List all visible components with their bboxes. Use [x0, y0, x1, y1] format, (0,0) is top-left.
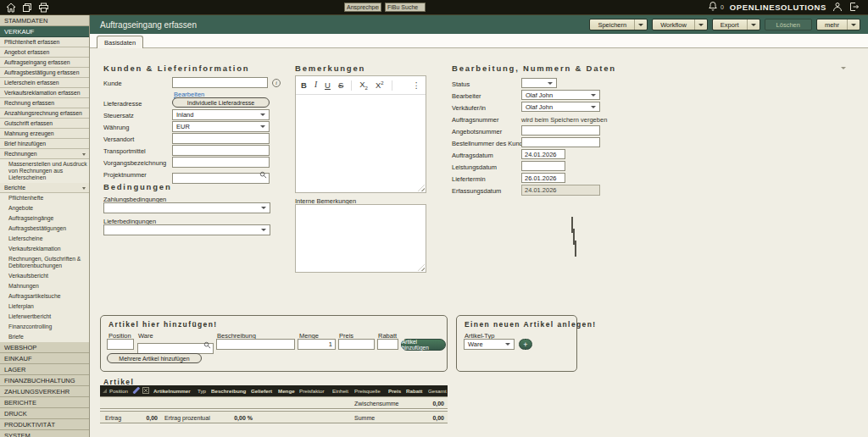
subscript-icon[interactable]: X2	[359, 80, 368, 91]
sidebar-item-verkaufsbericht[interactable]: Verkaufsbericht	[0, 271, 89, 281]
italic-icon[interactable]: I	[314, 81, 317, 90]
sidebar-item-webshop[interactable]: WEBSHOP	[0, 342, 89, 353]
superscript-icon[interactable]: X2	[376, 80, 384, 90]
editor-person-select[interactable]: Olaf John	[521, 90, 600, 100]
col-typ[interactable]: Typ	[198, 388, 211, 394]
contact-search-input[interactable]	[344, 3, 381, 12]
window-icon[interactable]	[22, 3, 32, 13]
user-icon[interactable]	[832, 0, 843, 15]
tab-basisdaten[interactable]: Basisdaten	[97, 36, 143, 48]
sidebar-item-auftragseingänge[interactable]: Auftragseingänge	[0, 213, 89, 224]
sidebar-item-gutschrift-erfassen[interactable]: Gutschrift erfassen	[0, 119, 89, 129]
sidebar-item-rechnungen[interactable]: Rechnungen	[0, 149, 89, 159]
quote-number-input[interactable]	[521, 125, 600, 136]
sidebar-item-massenerstellen-und-ausdruck[interactable]: Massenerstellen und Ausdruck von Rechnun…	[0, 159, 89, 183]
collapse-section-icon[interactable]	[841, 67, 846, 69]
delivery-date-input[interactable]	[521, 173, 565, 183]
sidebar-item-pflichtenheft-erfassen[interactable]: Pflichtenheft erfassen	[0, 37, 89, 47]
transport-input[interactable]	[172, 145, 270, 156]
price-input[interactable]	[338, 339, 375, 350]
delivery-terms-select[interactable]	[103, 224, 270, 235]
col-gesamt[interactable]: Gesamt	[428, 388, 448, 394]
fibu-search-input[interactable]	[385, 3, 426, 12]
search-icon[interactable]	[203, 337, 211, 352]
col-preisquelle[interactable]: Preisquelle	[354, 388, 388, 394]
more-dropdown-arrow[interactable]	[847, 19, 860, 30]
add-article-button[interactable]: Artikel hinzufügen	[401, 339, 446, 351]
sidebar-item-lieferplan[interactable]: Lieferplan	[0, 301, 89, 312]
col-preis[interactable]: Preis	[388, 388, 406, 394]
create-article-button[interactable]: +	[519, 339, 532, 350]
sidebar-item-auftragsbestätigung-erfassen[interactable]: Auftragsbestätigung erfassen	[0, 68, 89, 78]
sidebar-item-stammdaten[interactable]: STAMMDATEN	[0, 15, 89, 26]
export-dropdown-arrow[interactable]	[747, 19, 760, 30]
workflow-dropdown-arrow[interactable]	[694, 19, 707, 30]
payment-terms-select[interactable]	[103, 202, 270, 213]
sidebar-item-berichte[interactable]: BERICHTE	[0, 397, 89, 408]
bell-icon[interactable]	[708, 0, 718, 15]
sidebar-item-einkauf[interactable]: EINKAUF	[0, 353, 89, 364]
quantity-input[interactable]	[298, 339, 336, 350]
sidebar-item-verkaufsreklamation[interactable]: Verkaufsreklamation	[0, 244, 89, 254]
sidebar-item-produktivität[interactable]: PRODUKTIVITÄT	[0, 419, 89, 430]
col-position[interactable]: Position	[109, 388, 132, 394]
resize-handle[interactable]	[418, 264, 425, 271]
more-button[interactable]: mehr	[816, 19, 860, 30]
description-input[interactable]	[216, 339, 295, 350]
seller-select[interactable]: Olaf John	[521, 102, 600, 112]
resize-icon[interactable]	[100, 388, 109, 394]
sidebar-item-angebote[interactable]: Angebote	[0, 203, 89, 213]
customer-order-number-input[interactable]	[521, 137, 600, 147]
pencil-icon[interactable]	[132, 387, 142, 396]
sidebar-item-briefe[interactable]: Briefe	[0, 332, 89, 342]
customer-input[interactable]	[172, 77, 268, 88]
resize-handle[interactable]	[418, 185, 425, 191]
discount-input[interactable]	[377, 339, 398, 350]
logout-icon[interactable]	[849, 0, 860, 15]
strikethrough-icon[interactable]: S	[338, 81, 343, 90]
service-date-input[interactable]	[521, 161, 565, 171]
underline-icon[interactable]: U	[325, 81, 331, 90]
calendar-icon[interactable]	[575, 241, 576, 257]
col-geliefert[interactable]: Geliefert	[251, 388, 278, 394]
sidebar-item-angebot-erfassen[interactable]: Angebot erfassen	[0, 47, 89, 58]
export-button[interactable]: Export	[712, 19, 760, 30]
sidebar-item-auftragsartikelsuche[interactable]: Auftragsartikelsuche	[0, 291, 89, 301]
col-menge[interactable]: Menge	[278, 388, 299, 394]
col-beschreibung[interactable]: Beschreibung	[211, 388, 251, 394]
operation-input[interactable]	[172, 157, 270, 168]
col-artikelnummer[interactable]: Artikelnummer	[153, 388, 198, 394]
add-multiple-articles-button[interactable]: Mehrere Artikel hinzufügen	[107, 353, 202, 363]
home-icon[interactable]	[6, 3, 16, 13]
sidebar-item-rechnungen-gutschriften-debi[interactable]: Rechnungen, Gutschriften & Debitorenbuch…	[0, 254, 89, 271]
sidebar-item-system[interactable]: SYSTEM	[0, 430, 89, 437]
status-select[interactable]	[521, 78, 557, 88]
sidebar-item-mahnung-erzeugen[interactable]: Mahnung erzeugen	[0, 129, 89, 139]
sidebar-item-finanzbuchhaltung[interactable]: FINANZBUCHHALTUNG	[0, 375, 89, 386]
sidebar-item-lieferschein-erfassen[interactable]: Lieferschein erfassen	[0, 78, 89, 88]
article-type-select[interactable]: Ware	[464, 339, 515, 350]
sidebar-item-lieferscheine[interactable]: Lieferscheine	[0, 234, 89, 244]
search-icon[interactable]	[259, 167, 267, 182]
save-dropdown-arrow[interactable]	[634, 19, 647, 30]
sidebar-item-brief-hinzufügen[interactable]: Brief hinzufügen	[0, 139, 89, 149]
sidebar-item-druck[interactable]: DRUCK	[0, 408, 89, 419]
sidebar-item-verkaufsreklamation-erfassen[interactable]: Verkaufsreklamation erfassen	[0, 88, 89, 98]
sidebar-item-lieferwertbericht[interactable]: Lieferwertbericht	[0, 312, 89, 322]
workflow-button[interactable]: Workflow	[652, 19, 708, 30]
ship-from-input[interactable]	[172, 133, 270, 144]
order-date-input[interactable]	[521, 149, 565, 159]
checkbox-icon[interactable]	[142, 387, 153, 395]
sidebar-item-lager[interactable]: LAGER	[0, 364, 89, 375]
sidebar-item-auftragseingang-erfassen[interactable]: Auftragseingang erfassen	[0, 58, 89, 68]
remarks-editor-body[interactable]	[296, 95, 426, 192]
position-input[interactable]	[107, 339, 134, 350]
internal-remarks-textarea[interactable]	[295, 204, 426, 273]
info-icon[interactable]: i	[272, 79, 281, 87]
bold-icon[interactable]: B	[301, 81, 307, 90]
sidebar-item-pflichtenhefte[interactable]: Pflichtenhefte	[0, 193, 89, 203]
col-rabatt[interactable]: Rabatt	[406, 388, 428, 394]
save-button[interactable]: Speichern	[589, 19, 648, 30]
sidebar-item-zahlungsverkehr[interactable]: ZAHLUNGSVERKEHR	[0, 386, 89, 397]
editor-more-icon[interactable]: ⋮	[413, 81, 421, 90]
